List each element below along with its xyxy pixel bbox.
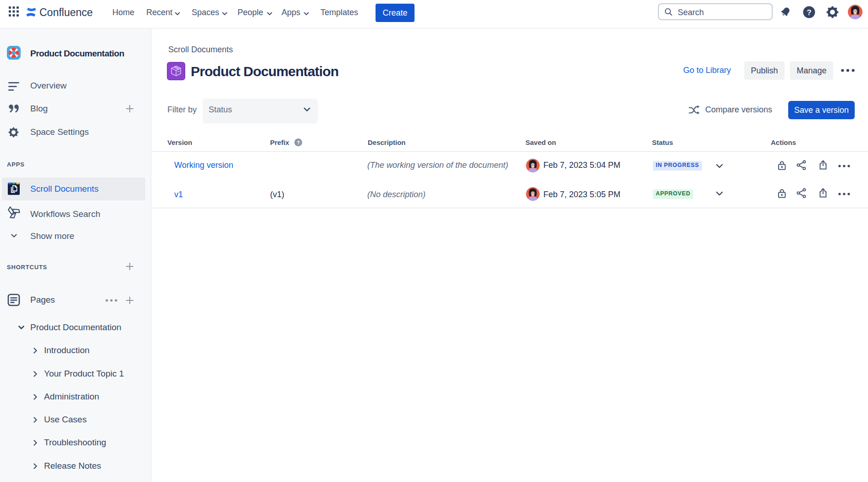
svg-text:?: ? xyxy=(807,8,811,17)
svg-text:?: ? xyxy=(297,140,300,145)
